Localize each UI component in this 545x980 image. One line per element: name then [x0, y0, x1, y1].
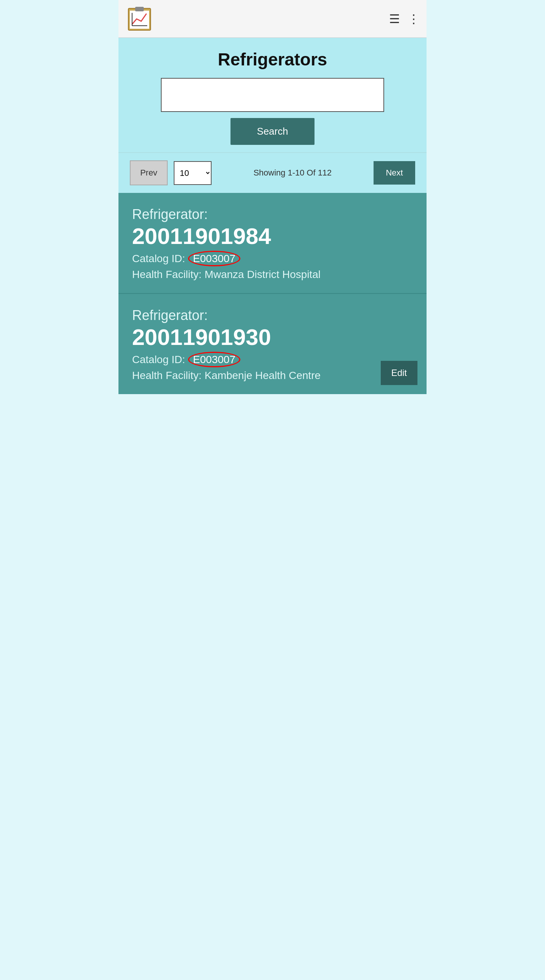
refrigerator-item[interactable]: Refrigerator: 20011901930 Catalog ID: E0…	[118, 293, 427, 394]
refrigerator-list: Refrigerator: 20011901984 Catalog ID: E0…	[118, 193, 427, 394]
pagination-bar: Prev 10 25 50 100 Showing 1-10 Of 112 Ne…	[118, 153, 427, 193]
edit-button[interactable]: Edit	[381, 361, 418, 385]
toolbar-actions: ☰ ⋮	[389, 12, 420, 26]
search-input[interactable]	[161, 78, 384, 112]
next-button[interactable]: Next	[374, 161, 415, 185]
item-catalog: Catalog ID: E003007	[132, 354, 413, 366]
toolbar: ☰ ⋮	[118, 0, 427, 38]
catalog-id-badge: E003007	[188, 251, 240, 266]
catalog-id-badge: E003007	[188, 352, 240, 367]
item-id: 20011901930	[132, 325, 413, 350]
app-logo	[125, 5, 154, 33]
refrigerator-item[interactable]: Refrigerator: 20011901984 Catalog ID: E0…	[118, 193, 427, 293]
more-options-icon[interactable]: ⋮	[408, 12, 420, 26]
search-section: Refrigerators Search	[118, 38, 427, 153]
page-size-select[interactable]: 10 25 50 100	[174, 161, 212, 185]
item-facility: Health Facility: Kambenje Health Centre	[132, 368, 413, 383]
item-label: Refrigerator:	[132, 207, 413, 223]
item-catalog: Catalog ID: E003007	[132, 253, 413, 265]
page-title: Refrigerators	[134, 49, 411, 70]
item-id: 20011901984	[132, 224, 413, 249]
item-label: Refrigerator:	[132, 307, 413, 323]
svg-rect-2	[135, 7, 144, 11]
showing-label: Showing 1-10 Of 112	[218, 168, 368, 178]
filter-sort-icon[interactable]: ☰	[389, 12, 400, 26]
prev-button[interactable]: Prev	[130, 161, 168, 185]
item-facility: Health Facility: Mwanza District Hospita…	[132, 267, 413, 282]
search-button[interactable]: Search	[231, 118, 314, 145]
